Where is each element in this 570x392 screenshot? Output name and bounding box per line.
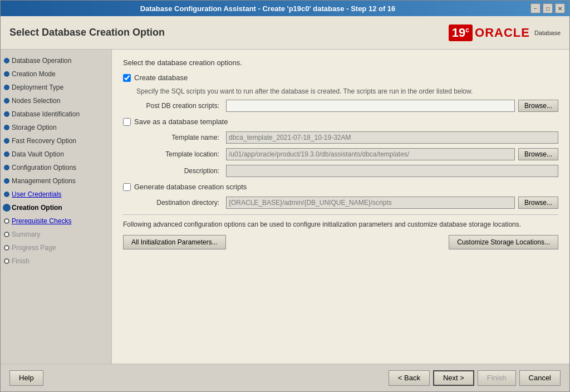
dest-dir-block: Destination directory: Browse... <box>136 197 558 209</box>
step-dot <box>4 232 9 237</box>
sidebar-label: Management Options <box>12 177 76 185</box>
sidebar-label: Database Identification <box>12 110 80 118</box>
header-bar: Select Database Creation Option 19c ORAC… <box>1 16 569 50</box>
sidebar-item-creation-mode[interactable]: Creation Mode <box>1 67 111 81</box>
sidebar-label: Creation Mode <box>12 70 56 78</box>
sidebar: Database Operation Creation Mode Deploym… <box>1 50 112 364</box>
save-template-checkbox[interactable] <box>123 118 131 126</box>
step-dot <box>4 245 9 251</box>
sidebar-item-storage-option[interactable]: Storage Option <box>1 121 111 134</box>
create-db-label[interactable]: Create database <box>134 74 188 82</box>
sidebar-item-management-options[interactable]: Management Options <box>1 174 111 188</box>
sidebar-item-deployment-type[interactable]: Deployment Type <box>1 81 111 94</box>
sidebar-label: Finish <box>12 257 30 265</box>
step-dot <box>4 111 9 117</box>
footer: Help < Back Next > Finish Cancel <box>1 364 569 391</box>
post-scripts-browse-button[interactable]: Browse... <box>518 100 558 112</box>
template-location-input[interactable] <box>226 148 515 160</box>
sidebar-label: User Credentials <box>12 190 61 198</box>
step-dot <box>4 218 9 224</box>
back-button[interactable]: < Back <box>389 370 430 386</box>
generate-scripts-checkbox[interactable] <box>123 183 131 191</box>
create-db-checkbox[interactable] <box>123 74 131 82</box>
generate-scripts-row: Generate database creation scripts <box>123 183 558 191</box>
window-controls: − □ ✕ <box>530 3 565 13</box>
footer-nav-buttons: < Back Next > Finish Cancel <box>389 370 561 386</box>
oracle-version-badge: 19c <box>449 24 473 41</box>
title-bar: Database Configuration Assistant - Creat… <box>1 1 569 16</box>
sidebar-item-summary[interactable]: Summary <box>1 228 111 241</box>
post-scripts-description: Specify the SQL scripts you want to run … <box>136 87 558 95</box>
description-input[interactable] <box>226 165 558 177</box>
sidebar-item-user-credentials[interactable]: User Credentials <box>1 188 111 201</box>
step-dot <box>4 178 9 184</box>
page-title: Select Database Creation Option <box>9 27 165 38</box>
content-area: Select the database creation options. Cr… <box>112 50 569 364</box>
window-title: Database Configuration Assistant - Creat… <box>5 4 530 13</box>
oracle-sub: Database <box>534 30 561 36</box>
sidebar-item-configuration-options[interactable]: Configuration Options <box>1 161 111 174</box>
template-location-label: Template location: <box>136 150 223 158</box>
next-button[interactable]: Next > <box>433 370 474 386</box>
sidebar-item-creation-option[interactable]: Creation Option <box>1 201 111 214</box>
sidebar-label: Summary <box>12 231 40 238</box>
sidebar-label: Creation Option <box>12 204 62 212</box>
step-dot <box>4 258 9 264</box>
cancel-button[interactable]: Cancel <box>519 370 561 386</box>
sidebar-label: Data Vault Option <box>12 150 64 158</box>
oracle-text: ORACLE <box>475 26 530 40</box>
oracle-logo: 19c ORACLE Database <box>449 24 561 41</box>
create-db-row: Create database <box>123 74 558 82</box>
post-scripts-input[interactable] <box>226 100 515 112</box>
dest-dir-label: Destination directory: <box>136 199 223 207</box>
help-button[interactable]: Help <box>9 370 43 386</box>
close-button[interactable]: ✕ <box>555 3 565 13</box>
template-name-input[interactable] <box>226 131 558 144</box>
post-scripts-label: Post DB creation scripts: <box>136 102 223 110</box>
sidebar-item-database-operation[interactable]: Database Operation <box>1 54 111 67</box>
restore-button[interactable]: □ <box>543 3 553 13</box>
init-params-button[interactable]: All Initialization Parameters... <box>123 235 226 249</box>
sidebar-nav: Database Operation Creation Mode Deploym… <box>1 54 111 268</box>
sidebar-label: Configuration Options <box>12 164 76 171</box>
step-dot <box>4 138 9 144</box>
step-dot <box>4 85 9 90</box>
sidebar-item-finish[interactable]: Finish <box>1 254 111 268</box>
step-dot <box>4 165 9 170</box>
dest-dir-input[interactable] <box>226 197 515 209</box>
sidebar-item-progress-page[interactable]: Progress Page <box>1 241 111 254</box>
description-row: Description: <box>136 165 558 177</box>
sidebar-label: Nodes Selection <box>12 97 60 105</box>
step-dot <box>3 204 11 212</box>
generate-scripts-label[interactable]: Generate database creation scripts <box>134 183 247 191</box>
main-content: Database Operation Creation Mode Deploym… <box>1 50 569 364</box>
step-dot <box>4 58 9 63</box>
advanced-buttons-row: All Initialization Parameters... Customi… <box>123 235 558 249</box>
sidebar-label: Fast Recovery Option <box>12 137 76 145</box>
post-scripts-block: Specify the SQL scripts you want to run … <box>136 87 558 112</box>
sidebar-label: Progress Page <box>12 244 56 252</box>
template-name-row: Template name: <box>136 131 558 144</box>
sidebar-label: Prerequisite Checks <box>12 217 71 225</box>
template-location-row: Template location: Browse... <box>136 148 558 160</box>
step-dot <box>4 192 9 197</box>
minimize-button[interactable]: − <box>530 3 540 13</box>
save-template-label[interactable]: Save as a database template <box>134 117 228 126</box>
post-scripts-row: Post DB creation scripts: Browse... <box>136 100 558 112</box>
finish-button[interactable]: Finish <box>478 370 516 386</box>
sidebar-label: Storage Option <box>12 124 57 131</box>
sidebar-item-data-vault-option[interactable]: Data Vault Option <box>1 148 111 161</box>
template-fields-block: Template name: Template location: Browse… <box>136 131 558 177</box>
sidebar-item-prerequisite-checks[interactable]: Prerequisite Checks <box>1 214 111 228</box>
advanced-description: Following advanced configuration options… <box>123 214 558 228</box>
customize-storage-button[interactable]: Customize Storage Locations... <box>449 235 558 249</box>
sidebar-item-nodes-selection[interactable]: Nodes Selection <box>1 94 111 107</box>
template-location-browse-button[interactable]: Browse... <box>518 148 558 160</box>
description-label: Description: <box>136 167 223 175</box>
dest-dir-row: Destination directory: Browse... <box>136 197 558 209</box>
save-template-row: Save as a database template <box>123 117 558 126</box>
template-name-label: Template name: <box>136 134 223 141</box>
sidebar-item-fast-recovery-option[interactable]: Fast Recovery Option <box>1 134 111 148</box>
sidebar-item-database-identification[interactable]: Database Identification <box>1 107 111 121</box>
dest-dir-browse-button[interactable]: Browse... <box>518 197 558 209</box>
